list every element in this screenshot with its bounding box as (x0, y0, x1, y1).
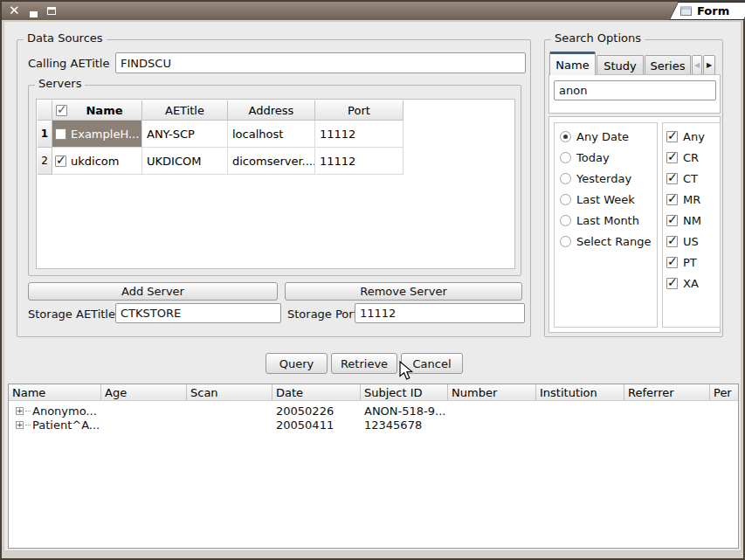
result-row[interactable]: + Patient^A... 20050411 12345678 (9, 418, 738, 432)
checkbox-icon[interactable] (666, 194, 678, 205)
cancel-button[interactable]: Cancel (401, 353, 463, 374)
server-name-cell[interactable]: ukdicom (52, 148, 142, 175)
results-column-label: Referrer (628, 386, 674, 399)
expand-icon[interactable]: + (16, 407, 24, 415)
results-column-label: Institution (540, 386, 597, 399)
results-column-referrer[interactable]: Referrer (624, 384, 710, 401)
maximize-icon[interactable] (47, 7, 56, 15)
checkbox-any[interactable]: Any (666, 130, 720, 143)
checkbox-icon[interactable] (666, 173, 678, 184)
server-name: ExampleH... (71, 128, 139, 141)
close-icon[interactable]: ✕ (9, 4, 20, 17)
radio-icon[interactable] (560, 173, 571, 184)
tab-series-label: Series (651, 59, 686, 73)
radio-icon[interactable] (560, 152, 571, 163)
titlebar: ✕ Form (2, 2, 743, 21)
checkbox-label: CT (683, 172, 698, 185)
results-column-label: Per (714, 386, 732, 399)
server-name-cell[interactable]: ExampleH... (52, 121, 142, 148)
results-column-institution[interactable]: Institution (536, 384, 624, 401)
calling-aetitle-input[interactable] (115, 52, 526, 73)
results-column-number[interactable]: Number (448, 384, 536, 401)
results-column-name[interactable]: Name (9, 384, 101, 401)
checkbox-pt[interactable]: PT (666, 256, 720, 269)
radio-last-week[interactable]: Last Week (560, 193, 657, 206)
checkbox-label: Any (683, 130, 705, 143)
minimize-icon[interactable] (30, 11, 38, 17)
radio-select-range[interactable]: Select Range (560, 235, 657, 248)
servers-table[interactable]: Name AETitle Address Port (36, 99, 515, 269)
window-icon (680, 6, 692, 16)
radio-icon[interactable] (560, 194, 571, 205)
radio-yesterday[interactable]: Yesterday (560, 172, 657, 185)
window-title-tab[interactable]: Form (666, 2, 743, 20)
results-header-row: Name Age Scan Date Subject ID Number Ins… (9, 384, 738, 401)
tab-study-label: Study (604, 59, 637, 73)
server-address-cell[interactable]: dicomserver.... (228, 148, 315, 175)
checkbox-us[interactable]: US (666, 235, 720, 248)
column-header-aetitle[interactable]: AETitle (142, 100, 228, 121)
column-header-port[interactable]: Port (315, 100, 404, 121)
select-all-checkbox[interactable] (56, 105, 67, 116)
column-header-name[interactable]: Name (52, 100, 142, 121)
column-header-address[interactable]: Address (228, 100, 315, 121)
tab-scroll-right-icon[interactable]: ▶ (703, 55, 715, 75)
server-port-cell[interactable]: 11112 (315, 121, 404, 148)
checkbox-xa[interactable]: XA (666, 277, 720, 290)
server-enabled-checkbox[interactable] (55, 128, 66, 140)
server-aetitle-cell[interactable]: ANY-SCP (142, 121, 228, 148)
result-subject-id: 12345678 (361, 418, 483, 432)
server-row: 1 ExampleH... ANY-SCP localhost 11112 (38, 121, 404, 148)
results-column-scan[interactable]: Scan (187, 384, 272, 401)
server-address-cell[interactable]: localhost (228, 121, 315, 148)
radio-icon[interactable] (560, 215, 571, 226)
checkbox-icon[interactable] (666, 257, 678, 268)
cancel-label: Cancel (412, 357, 451, 370)
tab-name[interactable]: Name (549, 52, 596, 75)
window-title: Form (697, 4, 729, 17)
retrieve-button[interactable]: Retrieve (331, 353, 397, 374)
results-tree[interactable]: Name Age Scan Date Subject ID Number Ins… (8, 384, 739, 549)
checkbox-mr[interactable]: MR (666, 193, 720, 206)
result-row[interactable]: + Anonymo... 20050226 ANON-518-9... (9, 404, 738, 418)
checkbox-label: NM (683, 214, 701, 227)
tab-study[interactable]: Study (597, 55, 644, 75)
results-column-subject-id[interactable]: Subject ID (361, 384, 448, 401)
results-column-performer[interactable]: Per (710, 384, 738, 401)
results-column-label: Number (452, 386, 497, 399)
results-column-date[interactable]: Date (272, 384, 361, 401)
server-enabled-checkbox[interactable] (55, 156, 66, 167)
checkbox-nm[interactable]: NM (666, 214, 720, 227)
checkbox-icon[interactable] (666, 131, 678, 142)
checkbox-ct[interactable]: CT (666, 172, 720, 185)
radio-icon[interactable] (560, 236, 571, 247)
radio-icon[interactable] (560, 131, 571, 142)
server-address: dicomserver.... (232, 155, 315, 168)
results-column-age[interactable]: Age (101, 384, 187, 401)
row-header-2[interactable]: 2 (38, 148, 52, 175)
radio-today[interactable]: Today (560, 151, 657, 164)
radio-any-date[interactable]: Any Date (560, 130, 657, 143)
tab-scroll-left-icon[interactable]: ◀ (692, 55, 702, 75)
query-button[interactable]: Query (266, 353, 328, 374)
remove-server-button[interactable]: Remove Server (285, 282, 522, 301)
query-label: Query (279, 357, 314, 370)
checkbox-icon[interactable] (666, 215, 678, 226)
radio-last-month[interactable]: Last Month (560, 214, 657, 227)
tab-series[interactable]: Series (645, 55, 691, 75)
storage-aetitle-input[interactable] (115, 303, 281, 323)
search-input[interactable] (554, 80, 716, 100)
server-aetitle-cell[interactable]: UKDICOM (142, 148, 228, 175)
search-options-group: Search Options Name Study Series ◀ ▶ Any… (544, 39, 723, 337)
checkbox-icon[interactable] (666, 152, 678, 163)
storage-port-input[interactable] (355, 303, 525, 323)
servers-corner-cell[interactable] (38, 100, 52, 121)
row-header-1[interactable]: 1 (38, 121, 52, 148)
checkbox-cr[interactable]: CR (666, 151, 720, 164)
calling-aetitle-label: Calling AETitle (28, 57, 109, 70)
checkbox-icon[interactable] (666, 236, 678, 247)
expand-icon[interactable]: + (16, 421, 24, 429)
server-port-cell[interactable]: 11112 (315, 148, 404, 175)
checkbox-icon[interactable] (666, 278, 678, 289)
add-server-button[interactable]: Add Server (28, 282, 278, 301)
